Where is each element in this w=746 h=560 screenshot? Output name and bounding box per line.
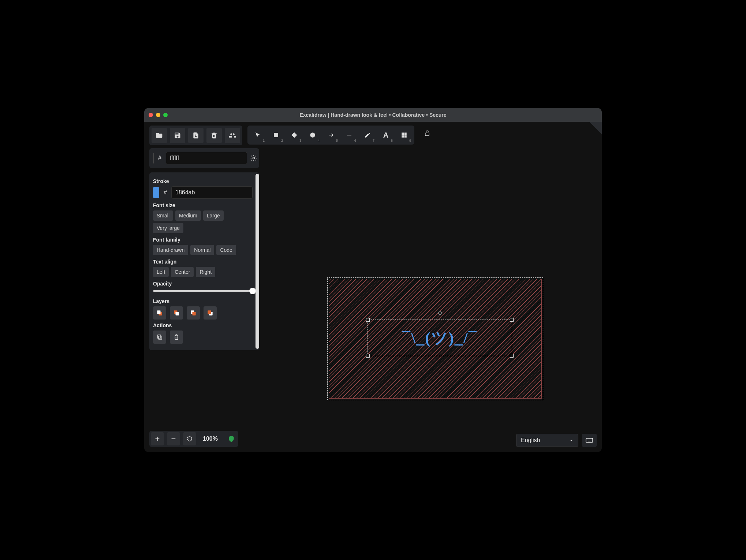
- chevron-up-icon: [569, 438, 574, 443]
- resize-handle-tl[interactable]: [366, 318, 370, 322]
- text-align-center[interactable]: Center: [171, 267, 194, 277]
- tool-number: 4: [318, 139, 320, 142]
- svg-rect-4: [402, 135, 404, 138]
- minimize-window-button[interactable]: [156, 113, 160, 117]
- font-size-medium[interactable]: Medium: [175, 210, 201, 221]
- keyboard-shortcuts-button[interactable]: [582, 434, 597, 447]
- menu-panel: [149, 126, 242, 145]
- language-select[interactable]: English: [516, 434, 578, 447]
- send-to-back-button[interactable]: [153, 306, 166, 320]
- text-align-options: Left Center Right: [153, 267, 253, 277]
- app-window: Excalidraw | Hand-drawn look & feel • Co…: [144, 108, 602, 452]
- font-size-very-large[interactable]: Very large: [153, 223, 183, 233]
- bring-forward-button[interactable]: [187, 306, 200, 320]
- properties-panel: Stroke # Font size Small Medium Large Ve…: [149, 172, 259, 350]
- rotate-handle[interactable]: [438, 311, 442, 315]
- diamond-icon: [291, 132, 298, 138]
- zoom-out-button[interactable]: −: [167, 432, 180, 445]
- font-family-hand-drawn[interactable]: Hand-drawn: [153, 245, 188, 255]
- tool-number: 9: [409, 139, 411, 142]
- bring-forward-icon: [190, 309, 197, 317]
- encryption-indicator[interactable]: [226, 433, 237, 444]
- resize-handle-bl[interactable]: [366, 354, 370, 358]
- zoom-in-button[interactable]: +: [151, 432, 164, 445]
- sidebar: # Stroke # Font size Small Me: [149, 148, 259, 350]
- resize-handle-tr[interactable]: [510, 318, 514, 322]
- clear-button[interactable]: [206, 128, 222, 143]
- shield-icon: [228, 435, 235, 443]
- tool-line[interactable]: 6: [341, 127, 358, 143]
- tool-library[interactable]: 9: [396, 127, 413, 143]
- font-family-label: Font family: [153, 237, 253, 243]
- line-icon: [346, 132, 353, 138]
- svg-rect-11: [176, 312, 179, 316]
- trash-icon: [173, 334, 180, 340]
- zoom-controls: + − 100%: [149, 431, 238, 447]
- app-content: ¯\_(ツ)_/¯ 1 2 3 4 5 6 7 A8 9: [144, 122, 602, 452]
- tool-ellipse[interactable]: 4: [304, 127, 321, 143]
- tool-arrow[interactable]: 5: [322, 127, 339, 143]
- send-backward-icon: [173, 309, 180, 317]
- collaborate-button[interactable]: [225, 128, 240, 143]
- titlebar: Excalidraw | Hand-drawn look & feel • Co…: [144, 108, 602, 122]
- tool-draw[interactable]: 7: [359, 127, 376, 143]
- text-align-left[interactable]: Left: [153, 267, 169, 277]
- duplicate-button[interactable]: [153, 331, 166, 344]
- text-icon: A: [383, 131, 388, 139]
- font-size-large[interactable]: Large: [203, 210, 224, 221]
- font-size-options: Small Medium Large Very large: [153, 210, 253, 233]
- zoom-value: 100%: [199, 436, 221, 442]
- folder-open-icon: [156, 132, 163, 139]
- scrollbar[interactable]: [255, 174, 259, 349]
- slider-thumb[interactable]: [249, 288, 256, 294]
- tool-rectangle[interactable]: 2: [268, 127, 284, 143]
- stroke-hex-input[interactable]: [171, 186, 253, 199]
- svg-point-7: [253, 157, 254, 159]
- pencil-icon: [364, 132, 371, 138]
- svg-rect-17: [157, 335, 161, 338]
- lock-toggle[interactable]: [419, 126, 435, 141]
- stroke-swatch[interactable]: [153, 187, 159, 198]
- window-title: Excalidraw | Hand-drawn look & feel • Co…: [144, 112, 602, 118]
- cursor-icon: [254, 132, 261, 138]
- text-align-right[interactable]: Right: [196, 267, 215, 277]
- unlock-icon: [424, 130, 430, 137]
- open-button[interactable]: [152, 128, 167, 143]
- send-backward-button[interactable]: [170, 306, 183, 320]
- tool-text[interactable]: A8: [377, 127, 394, 143]
- export-button[interactable]: [188, 128, 204, 143]
- text-element[interactable]: ¯\_(ツ)_/¯: [368, 320, 512, 356]
- reset-icon: [186, 436, 193, 442]
- bring-to-front-button[interactable]: [204, 306, 217, 320]
- font-family-normal[interactable]: Normal: [190, 245, 214, 255]
- background-hex-input[interactable]: [166, 152, 247, 164]
- hash-label: #: [157, 155, 163, 161]
- action-buttons: [153, 331, 253, 344]
- tool-number: 1: [263, 139, 265, 142]
- send-to-back-icon: [156, 309, 163, 317]
- tool-number: 5: [336, 139, 338, 142]
- properties-wrapper: Stroke # Font size Small Medium Large Ve…: [149, 172, 259, 350]
- delete-button[interactable]: [170, 331, 183, 344]
- font-size-small[interactable]: Small: [153, 210, 173, 221]
- close-window-button[interactable]: [149, 113, 153, 117]
- circle-icon: [309, 132, 316, 138]
- maximize-window-button[interactable]: [163, 113, 168, 117]
- opacity-slider[interactable]: [153, 289, 253, 296]
- save-button[interactable]: [170, 128, 185, 143]
- tool-number: 7: [373, 139, 374, 142]
- background-swatch[interactable]: [153, 153, 154, 164]
- bottom-right-controls: English: [516, 434, 597, 447]
- arrow-icon: [328, 132, 334, 138]
- tool-diamond[interactable]: 3: [286, 127, 303, 143]
- tool-select[interactable]: 1: [249, 127, 266, 143]
- svg-rect-3: [404, 132, 407, 135]
- svg-point-1: [310, 132, 315, 138]
- settings-button[interactable]: [250, 153, 257, 164]
- selection-bounds-text[interactable]: ¯\_(ツ)_/¯: [368, 320, 512, 356]
- copy-icon: [156, 334, 163, 340]
- font-family-code[interactable]: Code: [216, 245, 236, 255]
- actions-label: Actions: [153, 322, 253, 328]
- resize-handle-br[interactable]: [510, 354, 514, 358]
- zoom-reset-button[interactable]: [183, 432, 196, 445]
